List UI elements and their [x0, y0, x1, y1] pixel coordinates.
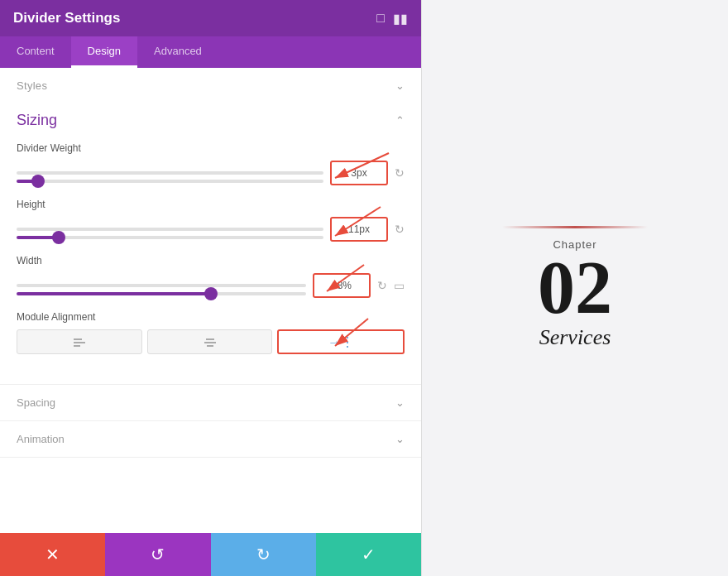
height-slider[interactable]	[17, 236, 323, 239]
height-slider-track	[17, 228, 323, 231]
styles-section-header[interactable]: Styles ⌄	[0, 68, 421, 103]
width-input[interactable]	[313, 273, 371, 298]
svg-rect-3	[206, 338, 214, 340]
alignment-buttons: →⋮	[17, 329, 405, 354]
preview-area: Chapter 02 Services	[422, 0, 728, 576]
height-label: Height	[17, 199, 405, 210]
cancel-icon: ✕	[46, 545, 60, 564]
tab-advanced[interactable]: Advanced	[137, 36, 218, 68]
module-alignment-control: Module Alignment	[17, 311, 405, 354]
spacing-chevron-icon: ⌄	[395, 396, 405, 409]
divider-weight-label: Divider Weight	[17, 142, 405, 154]
panel-content: Styles ⌄ Sizing ⌃ Divider Weight	[0, 68, 421, 533]
settings-panel: Divider Settings □ ▮▮ Content Design Adv…	[0, 0, 422, 576]
tab-content[interactable]: Content	[0, 36, 71, 68]
redo-icon: ↻	[256, 545, 271, 564]
spacing-section-header[interactable]: Spacing ⌄	[0, 385, 421, 421]
height-row: ↻	[17, 217, 405, 242]
styles-chevron-icon: ⌄	[395, 79, 405, 92]
divider-weight-input[interactable]	[330, 161, 388, 185]
undo-icon: ↺	[151, 545, 165, 564]
alignment-row: →⋮	[17, 329, 405, 354]
svg-rect-5	[207, 345, 213, 347]
save-icon: ✓	[362, 545, 376, 564]
preview-divider	[484, 226, 666, 228]
header-icons: □ ▮▮	[376, 11, 408, 26]
align-center-button[interactable]	[147, 329, 273, 354]
panel-title: Divider Settings	[13, 10, 120, 26]
spacing-label: Spacing	[17, 396, 55, 409]
styles-label: Styles	[17, 79, 47, 92]
preview-services-label: Services	[539, 325, 611, 350]
height-reset-icon[interactable]: ↻	[395, 223, 405, 236]
divider-weight-reset-icon[interactable]: ↻	[395, 166, 405, 180]
width-label: Width	[17, 255, 405, 266]
animation-chevron-icon: ⌄	[395, 433, 405, 445]
sizing-chevron-icon[interactable]: ⌃	[395, 114, 405, 127]
undo-button[interactable]: ↺	[105, 533, 210, 576]
expand-icon[interactable]: □	[376, 11, 385, 26]
redo-button[interactable]: ↻	[211, 533, 316, 576]
preview-content: Chapter 02 Services	[484, 226, 666, 350]
width-responsive-icon[interactable]: ▭	[394, 279, 405, 292]
width-reset-icon[interactable]: ↻	[377, 279, 387, 292]
bottom-bar: ✕ ↺ ↻ ✓	[0, 533, 421, 576]
align-left-icon	[72, 334, 87, 349]
height-input[interactable]	[330, 217, 388, 242]
height-control: Height ↻	[17, 199, 405, 242]
width-slider[interactable]	[17, 292, 306, 295]
tab-design[interactable]: Design	[71, 36, 137, 68]
preview-chapter-number: 02	[538, 251, 612, 325]
divider-weight-slider-track	[17, 171, 323, 175]
save-button[interactable]: ✓	[316, 533, 421, 576]
sizing-section: Sizing ⌃ Divider Weight ↻	[0, 103, 421, 385]
svg-rect-4	[204, 342, 216, 343]
tab-bar: Content Design Advanced	[0, 36, 421, 68]
divider-weight-row: ↻	[17, 161, 405, 185]
sizing-content: Sizing ⌃ Divider Weight ↻	[0, 103, 421, 384]
cancel-button[interactable]: ✕	[0, 533, 105, 576]
module-alignment-label: Module Alignment	[17, 311, 405, 323]
sizing-title: Sizing ⌃	[17, 112, 405, 129]
svg-rect-2	[74, 345, 80, 347]
animation-label: Animation	[17, 433, 65, 445]
width-control: Width ↻ ▭	[17, 255, 405, 298]
align-center-icon	[203, 334, 218, 349]
svg-rect-0	[74, 338, 82, 340]
width-slider-track	[17, 284, 306, 287]
align-right-button[interactable]: →⋮	[277, 329, 405, 354]
divider-weight-control: Divider Weight ↻	[17, 142, 405, 185]
svg-rect-1	[74, 342, 85, 343]
align-left-button[interactable]	[17, 329, 142, 354]
layout-icon[interactable]: ▮▮	[393, 11, 408, 26]
panel-header: Divider Settings □ ▮▮	[0, 0, 421, 36]
divider-weight-slider[interactable]	[17, 180, 323, 183]
animation-section-header[interactable]: Animation ⌄	[0, 421, 421, 458]
width-row: ↻ ▭	[17, 273, 405, 298]
